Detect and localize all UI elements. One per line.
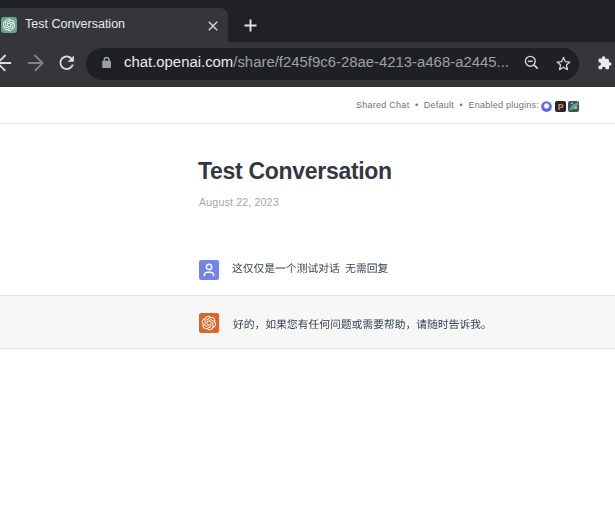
svg-text:P: P	[557, 101, 563, 111]
